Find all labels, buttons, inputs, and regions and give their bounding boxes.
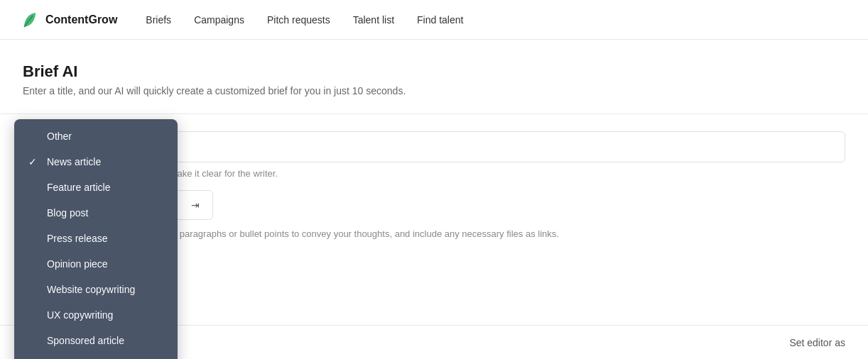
nav-pitch-requests[interactable]: Pitch requests bbox=[267, 14, 330, 26]
dropdown-item-feature-article[interactable]: Feature article bbox=[14, 175, 178, 200]
nav-briefs[interactable]: Briefs bbox=[146, 14, 171, 26]
nav-talent-list[interactable]: Talent list bbox=[353, 14, 394, 26]
dropdown-item-whitepaper[interactable]: Whitepaper bbox=[14, 353, 178, 359]
dropdown-item-other[interactable]: Other bbox=[14, 123, 178, 149]
dropdown-item-label: Other bbox=[47, 131, 163, 142]
check-icon: ✓ bbox=[28, 156, 40, 167]
dropdown-item-label: Press release bbox=[47, 233, 163, 244]
page-title: Brief AI bbox=[23, 62, 845, 81]
content-type-dropdown: Other✓News articleFeature articleBlog po… bbox=[14, 119, 178, 359]
editor-label: Set editor as bbox=[789, 337, 845, 348]
dropdown-item-label: Sponsored article bbox=[47, 335, 163, 346]
dropdown-item-label: Opinion piece bbox=[47, 258, 163, 270]
dropdown-item-press-release[interactable]: Press release bbox=[14, 226, 178, 251]
nav-find-talent[interactable]: Find talent bbox=[417, 14, 463, 26]
divider bbox=[0, 114, 868, 114]
dropdown-item-website-copywriting[interactable]: Website copywriting bbox=[14, 277, 178, 302]
dropdown-item-label: Website copywriting bbox=[47, 284, 163, 295]
dropdown-item-sponsored-article[interactable]: Sponsored article bbox=[14, 328, 178, 353]
dropdown-item-label: Blog post bbox=[47, 207, 163, 219]
dropdown-item-blog-post[interactable]: Blog post bbox=[14, 200, 178, 226]
dropdown-item-ux-copywriting[interactable]: UX copywriting bbox=[14, 302, 178, 328]
indent-right-button[interactable]: ⇥ bbox=[184, 195, 207, 215]
dropdown-item-opinion-piece[interactable]: Opinion piece bbox=[14, 251, 178, 277]
nav-campaigns[interactable]: Campaigns bbox=[194, 14, 244, 26]
page-subtitle: Enter a title, and our AI will quickly c… bbox=[23, 85, 845, 96]
dropdown-item-label: News article bbox=[47, 156, 163, 167]
dropdown-item-label: Feature article bbox=[47, 182, 163, 193]
logo[interactable]: ContentGrow bbox=[17, 9, 117, 31]
navbar: ContentGrow Briefs Campaigns Pitch reque… bbox=[0, 0, 868, 40]
logo-text: ContentGrow bbox=[45, 13, 117, 26]
dropdown-item-news-article[interactable]: ✓News article bbox=[14, 149, 178, 175]
logo-icon bbox=[17, 9, 40, 31]
nav-links: Briefs Campaigns Pitch requests Talent l… bbox=[146, 13, 463, 26]
dropdown-item-label: UX copywriting bbox=[47, 309, 163, 321]
